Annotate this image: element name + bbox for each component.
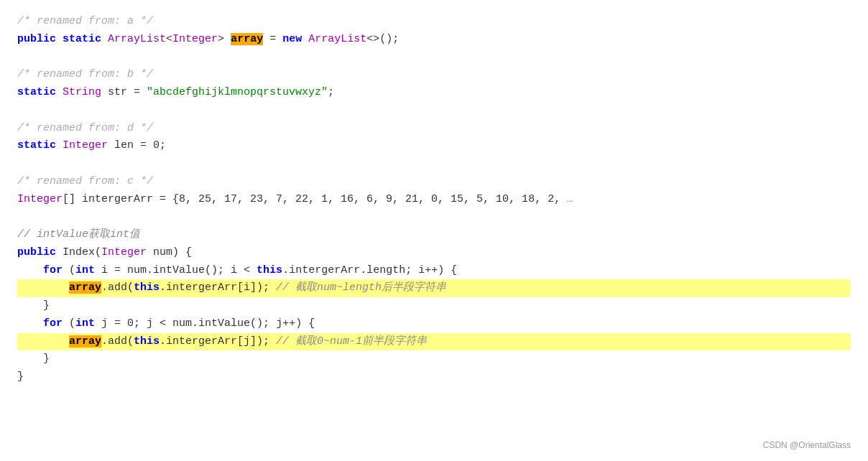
code-line: // intValue获取int值 <box>17 226 851 244</box>
code-line: /* renamed from: c */ <box>17 173 851 191</box>
code-line-highlighted: array.add(this.intergerArr[j]); // 截取0~n… <box>17 333 851 351</box>
code-line: } <box>17 350 851 368</box>
code-line: for (int j = 0; j < num.intValue(); j++)… <box>17 315 851 333</box>
code-line: Integer[] intergerArr = {8, 25, 17, 23, … <box>17 191 851 209</box>
code-line: static String str = "abcdefghijklmnopqrs… <box>17 84 851 102</box>
code-line: /* renamed from: d */ <box>17 120 851 138</box>
code-line: static Integer len = 0; <box>17 137 851 155</box>
code-line: public static ArrayList<Integer> array =… <box>17 31 851 49</box>
code-line-highlighted: array.add(this.intergerArr[i]); // 截取num… <box>17 279 851 297</box>
code-line: } <box>17 368 851 386</box>
code-line <box>17 49 851 67</box>
code-line <box>17 102 851 120</box>
code-line: /* renamed from: b */ <box>17 66 851 84</box>
code-line: for (int i = num.intValue(); i < this.in… <box>17 262 851 280</box>
code-line <box>17 208 851 226</box>
code-line: } <box>17 297 851 315</box>
code-line: public Index(Integer num) { <box>17 244 851 262</box>
code-line: /* renamed from: a */ <box>17 13 851 31</box>
code-line <box>17 155 851 173</box>
watermark: CSDN @OrientalGlass <box>763 439 851 452</box>
code-block: /* renamed from: a */ public static Arra… <box>0 0 868 415</box>
